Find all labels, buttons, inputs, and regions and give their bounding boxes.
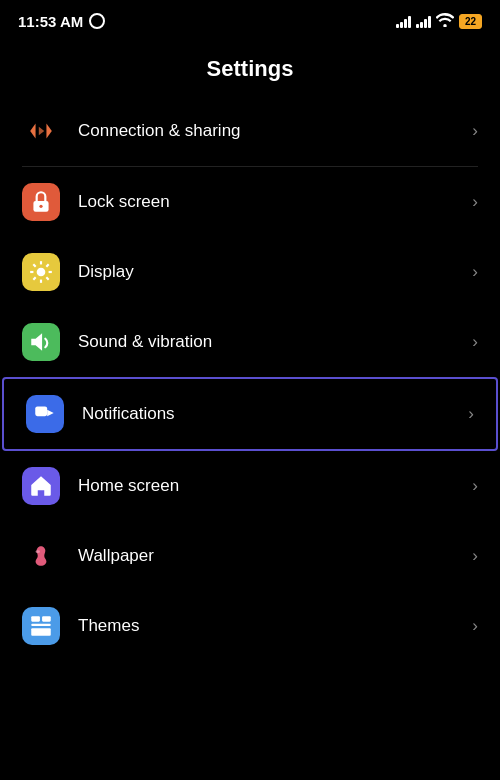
sound-vibration-label: Sound & vibration [78,332,472,352]
svg-rect-20 [31,624,51,626]
signal-bar [408,16,411,28]
page-title: Settings [0,38,500,96]
svg-line-11 [46,277,48,279]
status-time: 11:53 AM [18,13,83,30]
svg-marker-1 [46,123,51,138]
circle-icon [89,13,105,29]
notifications-icon [32,401,58,427]
svg-rect-19 [42,616,51,621]
status-bar: 11:53 AM 22 [0,0,500,38]
wallpaper-icon [28,543,54,569]
sound-vibration-icon [28,329,54,355]
themes-icon-wrapper [22,607,60,645]
settings-item-notifications[interactable]: Notifications › [2,377,498,451]
home-screen-icon [28,473,54,499]
wallpaper-chevron: › [472,546,478,566]
svg-marker-2 [39,127,44,136]
display-icon [28,259,54,285]
settings-item-display[interactable]: Display › [0,237,500,307]
signal-bar [396,24,399,28]
settings-item-wallpaper[interactable]: Wallpaper › [0,521,500,591]
themes-label: Themes [78,616,472,636]
svg-point-5 [37,268,46,277]
signal-bar [416,24,419,28]
home-screen-label: Home screen [78,476,472,496]
battery-indicator: 22 [459,14,482,29]
svg-marker-16 [47,410,53,417]
display-icon-wrapper [22,253,60,291]
svg-marker-14 [31,333,42,350]
signal-bar [420,22,423,28]
signal-bar [424,19,427,28]
settings-item-home-screen[interactable]: Home screen › [0,451,500,521]
themes-icon [28,613,54,639]
home-screen-icon-wrapper [22,467,60,505]
signal-bar [428,16,431,28]
settings-item-connection-sharing[interactable]: Connection & sharing › [0,96,500,166]
status-bar-right: 22 [396,13,482,30]
lock-screen-label: Lock screen [78,192,472,212]
lock-screen-chevron: › [472,192,478,212]
svg-rect-15 [35,406,47,416]
settings-item-lock-screen[interactable]: Lock screen › [0,167,500,237]
lock-screen-icon-wrapper [22,183,60,221]
status-bar-left: 11:53 AM [18,13,105,30]
settings-item-themes[interactable]: Themes › [0,591,500,661]
display-label: Display [78,262,472,282]
notifications-icon-wrapper [26,395,64,433]
svg-marker-0 [30,123,35,138]
wallpaper-label: Wallpaper [78,546,472,566]
svg-point-17 [36,550,40,553]
lock-screen-icon [28,189,54,215]
notifications-label: Notifications [82,404,468,424]
sound-vibration-chevron: › [472,332,478,352]
svg-rect-21 [31,628,51,636]
svg-line-12 [33,277,35,279]
sound-vibration-icon-wrapper [22,323,60,361]
connection-sharing-icon [28,118,54,144]
svg-rect-18 [31,616,40,621]
signal-bars-2 [416,14,431,28]
signal-bar [400,22,403,28]
signal-bar [404,19,407,28]
svg-line-10 [33,264,35,266]
connection-sharing-chevron: › [472,121,478,141]
home-screen-chevron: › [472,476,478,496]
display-chevron: › [472,262,478,282]
settings-item-sound-vibration[interactable]: Sound & vibration › [0,307,500,377]
connection-sharing-icon-wrapper [22,112,60,150]
wallpaper-icon-wrapper [22,537,60,575]
connection-sharing-label: Connection & sharing [78,121,472,141]
signal-bars-1 [396,14,411,28]
notifications-chevron: › [468,404,474,424]
svg-line-13 [46,264,48,266]
wifi-icon [436,13,454,30]
svg-point-4 [39,205,42,208]
themes-chevron: › [472,616,478,636]
settings-list: Connection & sharing › Lock screen › [0,96,500,661]
